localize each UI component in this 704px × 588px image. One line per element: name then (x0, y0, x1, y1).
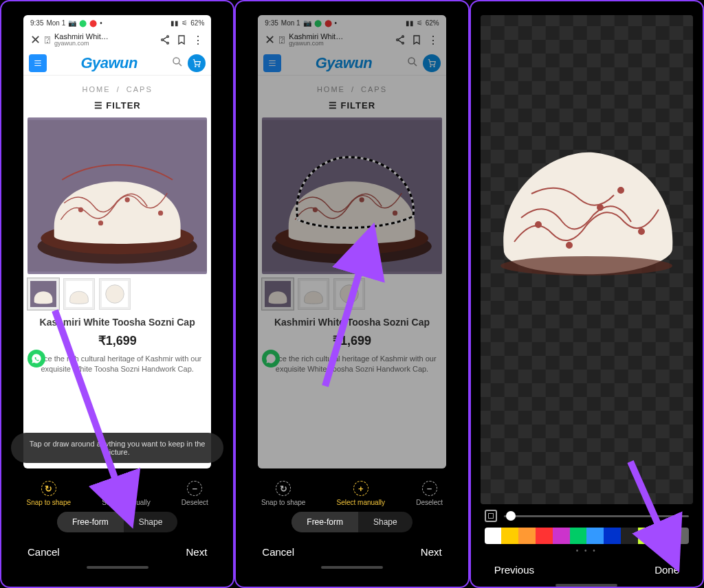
color-swatch[interactable] (553, 528, 570, 544)
color-swatch[interactable] (570, 528, 587, 544)
seg-freeform[interactable]: Free-form (292, 512, 358, 532)
cart-button[interactable] (188, 54, 206, 72)
filter-button[interactable]: ☰ FILTER (258, 100, 446, 117)
slider-handle[interactable] (506, 511, 516, 521)
eyedropper-button[interactable] (662, 528, 680, 544)
breadcrumb-separator: / (117, 85, 120, 93)
thumbnail-3[interactable] (99, 278, 131, 310)
thumbnail-2[interactable] (63, 278, 95, 310)
transparent-canvas[interactable] (481, 15, 693, 504)
product-main-image[interactable] (28, 117, 207, 274)
menu-button[interactable] (263, 54, 281, 72)
color-swatch[interactable] (518, 528, 536, 544)
thumbnail-row (23, 274, 211, 314)
cancel-button[interactable]: Cancel (28, 546, 60, 558)
svg-point-4 (195, 66, 196, 67)
tool-label: Select manually (102, 499, 151, 506)
svg-point-12 (99, 221, 103, 225)
svg-point-18 (396, 39, 398, 41)
filter-icon: ☰ (94, 100, 107, 111)
signal-icon: ▮▮ (170, 19, 179, 27)
breadcrumb-home[interactable]: HOME (82, 85, 111, 93)
cancel-button[interactable]: Cancel (262, 546, 294, 558)
site-logo[interactable]: Gyawun (80, 54, 138, 72)
selection-editor: Tap or draw around anything you want to … (1, 468, 233, 587)
site-info-icon[interactable]: ⍰ (279, 34, 285, 45)
svg-point-38 (618, 188, 624, 193)
bookmark-icon[interactable] (175, 34, 188, 46)
status-bar: 9:35 Mon 1 📷 ⬤ ⬤ • ▮▮ ⚟ 62% (258, 15, 446, 28)
cutout-object[interactable] (490, 142, 683, 280)
wifi-icon: ⚟ (182, 19, 188, 27)
thickness-slider[interactable] (504, 515, 689, 517)
product-title: Kashmiri White Toosha Sozni Cap (23, 314, 211, 329)
tool-deselect[interactable]: − Deselect (416, 481, 443, 506)
app-icon: ⬤ (79, 19, 87, 27)
svg-point-19 (402, 42, 404, 44)
bookmark-icon[interactable] (410, 34, 423, 46)
svg-point-37 (566, 242, 572, 248)
tool-select-manually[interactable]: + Select manually (336, 481, 385, 506)
seg-freeform[interactable]: Free-form (57, 512, 124, 532)
browser-toolbar: ✕ ⍰ Kashmiri Whit… gyawun.com ⋮ (23, 28, 211, 52)
color-swatch[interactable] (586, 528, 604, 544)
svg-point-16 (106, 285, 124, 304)
done-button[interactable]: Done (654, 564, 679, 576)
product-description: brace the rich cultural heritage of Kash… (23, 352, 211, 379)
svg-point-26 (314, 207, 318, 212)
color-swatch[interactable] (621, 528, 638, 544)
outline-thickness-icon[interactable] (485, 510, 497, 522)
product-main-image[interactable] (262, 117, 441, 274)
color-palette (485, 528, 689, 544)
search-icon[interactable] (171, 56, 184, 71)
cart-button[interactable] (423, 54, 441, 72)
seg-shape[interactable]: Shape (358, 512, 412, 532)
svg-point-32 (340, 285, 359, 304)
next-button[interactable]: Next (421, 546, 442, 558)
svg-point-17 (402, 36, 404, 38)
color-swatch[interactable] (501, 528, 518, 544)
search-icon[interactable] (406, 56, 419, 71)
tool-deselect[interactable]: − Deselect (182, 481, 208, 506)
svg-point-11 (159, 211, 163, 215)
svg-point-20 (408, 58, 415, 64)
more-icon[interactable]: ⋮ (192, 34, 204, 46)
color-swatch[interactable] (485, 528, 502, 544)
color-swatch[interactable] (638, 528, 655, 544)
svg-point-2 (167, 42, 169, 44)
tool-select-manually[interactable]: + Select manually (102, 481, 151, 506)
tool-snap-to-shape[interactable]: ↻ Snap to shape (261, 481, 306, 506)
svg-point-10 (125, 198, 129, 202)
filter-button[interactable]: ☰ FILTER (23, 100, 211, 117)
browser-screenshot: 9:35 Mon 1 📷 ⬤ ⬤ • ▮▮ ⚟ 62% ✕ ⍰ Kashmiri… (23, 15, 211, 468)
site-info-icon[interactable]: ⍰ (45, 34, 50, 45)
share-icon[interactable] (159, 34, 171, 46)
selection-editor: ↻ Snap to shape + Select manually − Dese… (236, 468, 468, 587)
app-icon: ⬤ (89, 19, 97, 27)
previous-button[interactable]: Previous (494, 564, 534, 576)
browser-screenshot-dimmed: 9:35 Mon 1 📷 ⬤ ⬤ • ▮▮ ⚟ 62% ✕ ⍰ Kashmiri… (258, 15, 446, 468)
thumbnail-1[interactable] (28, 278, 59, 310)
svg-point-27 (360, 198, 364, 202)
share-icon[interactable] (394, 34, 406, 46)
page-indicator: • • • (485, 544, 689, 557)
tutorial-panel-3: • • • Previous Done (470, 0, 704, 588)
next-button[interactable]: Next (186, 546, 207, 558)
close-icon[interactable]: ✕ (30, 32, 41, 47)
color-swatch[interactable] (536, 528, 553, 544)
more-icon[interactable]: ⋮ (427, 34, 439, 46)
menu-button[interactable] (29, 54, 47, 72)
close-icon[interactable]: ✕ (265, 32, 275, 47)
status-bar: 9:35 Mon 1 📷 ⬤ ⬤ • ▮▮ ⚟ 62% (23, 15, 211, 28)
seg-shape[interactable]: Shape (124, 512, 178, 532)
breadcrumb-category[interactable]: CAPS (126, 85, 153, 93)
status-time: 9:35 (30, 19, 43, 27)
color-swatch[interactable] (604, 528, 621, 544)
more-icon: • (100, 19, 102, 27)
svg-point-22 (434, 66, 434, 67)
svg-point-0 (167, 36, 169, 38)
tool-snap-to-shape[interactable]: ↻ Snap to shape (27, 481, 72, 506)
whatsapp-icon[interactable] (28, 350, 45, 368)
svg-point-21 (430, 66, 430, 67)
svg-point-35 (597, 205, 603, 210)
